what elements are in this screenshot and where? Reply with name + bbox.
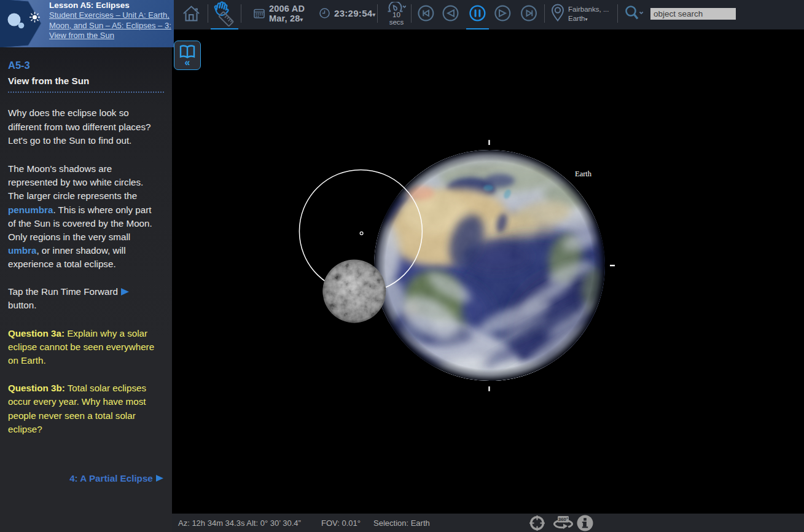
svg-text:Earth: Earth (575, 170, 592, 178)
svg-text:360°: 360° (558, 517, 569, 522)
